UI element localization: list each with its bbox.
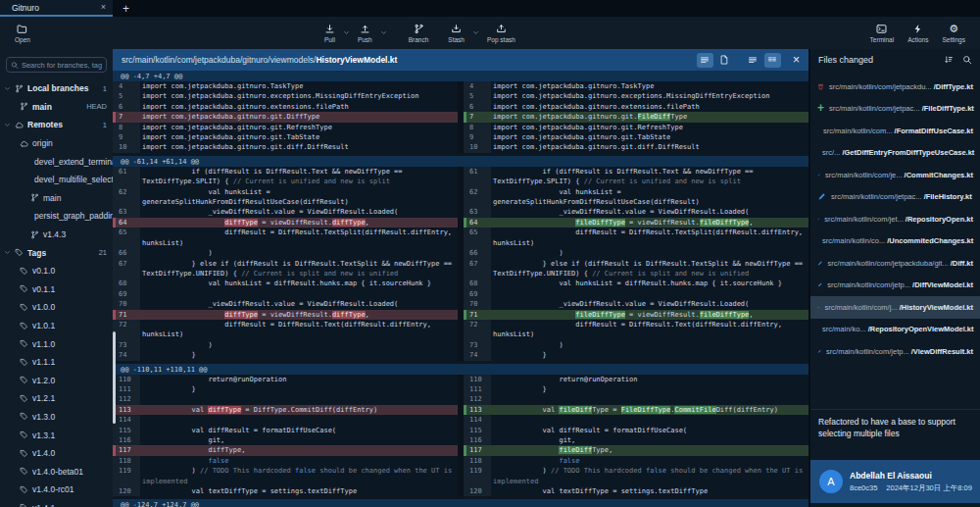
file-item-filedifftype.kt[interactable]: +src/main/kotlin/com/jetpac... /FileDiff… — [810, 98, 980, 121]
sidebar-item-v1.0.0[interactable]: v1.0.0 — [0, 298, 113, 317]
sidebar-item-v0.1.0[interactable]: v0.1.0 — [0, 262, 113, 280]
stash-dropdown-chevron-icon[interactable] — [472, 29, 479, 36]
diff-left-line: 72 diffResult = DiffResult.Text(diffResu… — [113, 320, 458, 340]
diff-line-pair: 120 val textDiffType = settings.textDiff… — [113, 486, 808, 496]
file-item-repositoryopenviewmodel.kt[interactable]: src/main/ko... /RepositoryOpenViewModel.… — [810, 319, 980, 341]
diff-line-pair: 116 git,116 git, — [113, 435, 808, 445]
file-item-diff.kt[interactable]: src/main/kotlin/com/jetpackduba/git... /… — [810, 252, 980, 275]
file-path: src/main/kotlin/com/je... /CommitChanges… — [825, 171, 973, 179]
file-item-viewdiffresult.kt[interactable]: src/main/kotlin/com/jetp... /ViewDiffRes… — [810, 340, 980, 363]
sidebar-item-v1.2.1[interactable]: v1.2.1 — [0, 389, 113, 408]
sort-files-icon[interactable] — [944, 55, 954, 65]
sidebar-item-v1.4.0-rc01[interactable]: v1.4.0-rc01 — [0, 481, 113, 499]
diff-left-line: 67 } else if (diffResult is DiffResult.T… — [113, 259, 458, 279]
new-tab-button[interactable]: + — [113, 0, 139, 17]
stash-icon — [451, 24, 462, 34]
sidebar-item-devel-extend-termina[interactable]: devel_extend_termina — [0, 152, 113, 171]
file-item-filehistory.kt[interactable]: src/main/kotlin/com/jetpac... /FileHisto… — [810, 186, 980, 209]
pop-stash-button[interactable]: Pop stash — [482, 23, 520, 44]
line-number: 72 — [113, 320, 140, 340]
diff-line-pair: 117 diffType,117 fileDiffType, — [113, 445, 808, 455]
sidebar-item-v1.0.1[interactable]: v1.0.1 — [0, 317, 113, 335]
file-path: src/main/kotlin/com/jetp... /ViewDiffRes… — [826, 347, 973, 356]
sidebar-item-devel-multifile-select[interactable]: devel_multifile_select — [0, 171, 113, 189]
sidebar-item-v1.2.0[interactable]: v1.2.0 — [0, 372, 113, 390]
sidebar-section-remotes[interactable]: Remotes1 — [0, 116, 113, 134]
commit-author-card[interactable]: A Abdellah El Aissaoui 8ce0c35 2024年12月3… — [810, 460, 980, 503]
tab-close-icon[interactable]: × — [101, 3, 106, 12]
sidebar-item-main[interactable]: mainHEAD — [0, 98, 113, 117]
file-item-difftype.kt[interactable]: src/main/kotlin/com/jetpackdu... /DiffTy… — [810, 76, 980, 98]
sidebar-section-local-branches[interactable]: Local branches1 — [0, 79, 113, 98]
code-text — [491, 415, 808, 425]
diff-right-line: 117 fileDiffType, — [464, 445, 808, 455]
code-text: ) // TODO This hardcoded false should be… — [491, 466, 808, 486]
sidebar-item-v1.3.0[interactable]: v1.3.0 — [0, 408, 113, 427]
sidebar-item-v1.4.0[interactable]: v1.4.0 — [0, 444, 113, 463]
push-button[interactable]: Push — [353, 23, 377, 44]
sidebar-item-v1.3.1[interactable]: v1.3.1 — [0, 426, 113, 444]
sidebar-section-tags[interactable]: Tags21 — [0, 243, 113, 262]
sidebar-item-v0.1.1[interactable]: v0.1.1 — [0, 280, 113, 299]
commit-message: Refactored to have a base to support sel… — [810, 409, 980, 460]
code-text: _viewDiffResult.value = ViewDiffResult.L… — [140, 299, 458, 309]
diff-right-line: 7import com.jetpackduba.gitnuro.git.File… — [464, 112, 808, 122]
tab-gitnuro[interactable]: Gitnuro × — [0, 0, 113, 17]
diff-line-pair: 6969 — [113, 289, 808, 299]
actions-button[interactable]: Actions — [903, 23, 933, 44]
terminal-icon — [876, 24, 887, 34]
sidebar-item-v1.4.1[interactable]: v1.4.1 — [0, 499, 113, 507]
unified-view-icon[interactable] — [745, 53, 761, 68]
diff-right-line: 65 diffResult = DiffResult.TextSplit(dif… — [464, 228, 808, 248]
branch-search-box[interactable] — [6, 57, 107, 73]
settings-button[interactable]: ⚙ Settings — [938, 23, 971, 44]
sidebar-item-persist-graph-paddin[interactable]: persist_graph_paddin — [0, 207, 113, 226]
file-path: src/main/kotlin/com/jetpac... /FileHisto… — [831, 192, 972, 201]
full-file-icon[interactable] — [716, 53, 733, 68]
code-text: import com.jetpackduba.gitnuro.exception… — [140, 91, 458, 101]
file-item-commitchanges.kt[interactable]: src/main/kotlin/com/je... /CommitChanges… — [810, 164, 980, 186]
tree-item-label: v1.1.1 — [32, 357, 55, 367]
code-text: _viewDiffResult.value = ViewDiffResult.L… — [491, 207, 808, 217]
branch-search-input[interactable] — [22, 61, 102, 70]
branch-button[interactable]: Branch — [404, 23, 434, 44]
file-item-uncommitedchanges.kt[interactable]: src/main/kotlin/co... /UncommitedChanges… — [810, 230, 980, 253]
plus-icon: + — [817, 104, 824, 113]
terminal-button[interactable]: Terminal — [865, 23, 900, 44]
file-item-repositoryopen.kt[interactable]: src/main/kotlin/com/jet... /RepositoryOp… — [810, 208, 980, 230]
file-item-getdiffentryfromdifftypeusecase.kt[interactable]: src/... /GetDiffEntryFromDiffTypeUseCase… — [810, 142, 980, 165]
sidebar-item-origin[interactable]: origin — [0, 134, 113, 153]
sidebar-item-v1.1.0[interactable]: v1.1.0 — [0, 334, 113, 353]
push-dropdown-chevron-icon[interactable] — [380, 29, 387, 36]
search-files-icon[interactable] — [962, 55, 972, 65]
tree-item-label: devel_multifile_select — [34, 175, 113, 184]
pull-dropdown-chevron-icon[interactable] — [343, 29, 350, 36]
diff-left-line: 7import com.jetpackduba.gitnuro.git.Diff… — [113, 112, 458, 122]
diff-line-pair: 119 ) // TODO This hardcoded false shoul… — [113, 466, 808, 486]
sidebar-item-v1.1.1[interactable]: v1.1.1 — [0, 353, 113, 372]
file-item-diffviewmodel.kt[interactable]: src/main/kotlin/com/jetp... /DiffViewMod… — [810, 275, 980, 297]
sidebar-item-v1.4.0-beta01[interactable]: v1.4.0-beta01 — [0, 462, 113, 481]
tree-item-label: Local branches — [27, 83, 88, 93]
line-number: 63 — [113, 207, 140, 217]
code-text: import com.jetpackduba.gitnuro.git.Refre… — [140, 123, 458, 132]
hunks-view-icon[interactable] — [697, 53, 713, 68]
diff-right-line: 71 fileDiffType = viewDiffResult.fileDif… — [464, 310, 808, 320]
code-text: import com.jetpackduba.gitnuro.git.FileD… — [491, 112, 808, 122]
code-text: git, — [140, 435, 458, 445]
line-number: 10 — [464, 142, 491, 152]
pull-button[interactable]: Pull — [319, 23, 340, 44]
toolbar: Open Pull Push Branch Stash — [0, 17, 980, 49]
diff-scrollbar[interactable] — [113, 331, 116, 424]
stash-button[interactable]: Stash — [443, 23, 469, 44]
code-text: val textDiffType = settings.textDiffType — [140, 486, 458, 496]
sidebar-item-main[interactable]: main — [0, 189, 113, 208]
file-item-historyviewmodel.kt[interactable]: src/main/kotlin/com/j... /HistoryViewMod… — [810, 296, 980, 319]
sidebar-item-v1.4.3[interactable]: v1.4.3 — [0, 226, 113, 244]
diff-line-pair: 4import com.jetpackduba.gitnuro.TaskType… — [113, 81, 808, 91]
open-button[interactable]: Open — [10, 23, 35, 44]
file-item-formatdiffusecase.kt[interactable]: src/main/kotlin/com... /FormatDiffUseCas… — [810, 120, 980, 142]
split-view-icon[interactable] — [764, 53, 781, 68]
close-diff-icon[interactable]: × — [793, 54, 800, 66]
line-number: 63 — [464, 207, 491, 217]
